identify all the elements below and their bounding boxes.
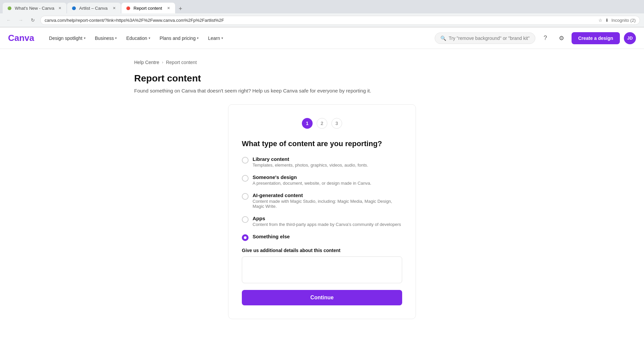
option-someones-design-desc: A presentation, document, website, or de… xyxy=(253,181,371,186)
nav-learn-label: Learn xyxy=(208,36,220,41)
tab-3-close[interactable]: ✕ xyxy=(166,5,171,11)
option-something-else-content: Something else xyxy=(253,234,290,240)
nav-business[interactable]: Business ▾ xyxy=(91,33,121,44)
tab-3-favicon: 🔴 xyxy=(125,5,131,11)
option-someones-design-label: Someone's design xyxy=(253,174,371,180)
tab-bar: 🟢 What's New - Canva ✕ 🔵 Artlist – Canva… xyxy=(0,0,644,13)
step-3[interactable]: 3 xyxy=(331,118,342,129)
option-library-desc: Templates, elements, photos, graphics, v… xyxy=(253,163,368,168)
tab-2-favicon: 🔵 xyxy=(71,5,76,11)
main-nav: Design spotlight ▾ Business ▾ Education … xyxy=(45,33,227,44)
create-design-button[interactable]: Create a design xyxy=(572,32,620,44)
nav-plans-pricing[interactable]: Plans and pricing ▾ xyxy=(156,33,203,44)
radio-ai-generated[interactable] xyxy=(242,193,249,200)
option-something-else[interactable]: Something else xyxy=(242,234,402,241)
forward-button[interactable]: → xyxy=(16,15,25,25)
nav-business-label: Business xyxy=(95,36,114,41)
option-apps[interactable]: Apps Content from the third-party apps m… xyxy=(242,216,402,227)
option-someones-design-content: Someone's design A presentation, documen… xyxy=(253,174,371,186)
tab-3-label: Report content xyxy=(133,6,162,11)
steps-indicator: 1 2 3 xyxy=(242,118,402,129)
nav-design-spotlight-label: Design spotlight xyxy=(49,36,83,41)
breadcrumb-report-content: Report content xyxy=(166,60,197,65)
search-input[interactable] xyxy=(449,36,530,41)
breadcrumb: Help Centre › Report content xyxy=(134,60,510,65)
option-ai-generated[interactable]: AI-generated content Content made with M… xyxy=(242,192,402,209)
tab-2-close[interactable]: ✕ xyxy=(111,5,117,11)
header-right: 🔍 ? ⚙ Create a design JD xyxy=(435,32,636,44)
radio-someones-design[interactable] xyxy=(242,175,249,182)
site-header: Canva Design spotlight ▾ Business ▾ Educ… xyxy=(0,27,644,49)
option-ai-generated-content: AI-generated content Content made with M… xyxy=(253,192,402,209)
canva-logo[interactable]: Canva xyxy=(8,33,34,43)
help-button[interactable]: ? xyxy=(539,32,551,44)
download-icon[interactable]: ⬇ xyxy=(605,18,609,23)
details-label: Give us additional details about this co… xyxy=(242,248,402,253)
address-bar: ← → ↻ canva.com/help/report-content/?lin… xyxy=(0,13,644,27)
radio-apps[interactable] xyxy=(242,216,249,223)
star-icon[interactable]: ☆ xyxy=(598,18,602,23)
back-button[interactable]: ← xyxy=(4,15,13,25)
option-something-else-label: Something else xyxy=(253,234,290,239)
option-apps-content: Apps Content from the third-party apps m… xyxy=(253,216,401,227)
url-actions: ☆ ⬇ Incognito (2) xyxy=(598,18,636,23)
chevron-down-icon: ▾ xyxy=(84,36,86,40)
tab-1-close[interactable]: ✕ xyxy=(57,5,62,11)
option-library[interactable]: Library content Templates, elements, pho… xyxy=(242,156,402,168)
step-2[interactable]: 2 xyxy=(317,118,327,129)
radio-something-else[interactable] xyxy=(242,234,249,241)
chevron-down-icon: ▾ xyxy=(115,36,117,40)
url-bar[interactable]: canva.com/help/report-content/?link=http… xyxy=(40,16,640,25)
tab-1[interactable]: 🟢 What's New - Canva ✕ xyxy=(3,3,66,13)
option-apps-label: Apps xyxy=(253,216,401,221)
nav-education-label: Education xyxy=(126,36,147,41)
option-ai-generated-label: AI-generated content xyxy=(253,192,402,198)
chevron-down-icon: ▾ xyxy=(197,36,199,40)
question-text: What type of content are you reporting? xyxy=(242,139,402,148)
form-card: 1 2 3 What type of content are you repor… xyxy=(228,104,416,319)
chevron-down-icon: ▾ xyxy=(221,36,223,40)
tab-1-label: What's New - Canva xyxy=(15,6,54,11)
tab-2[interactable]: 🔵 Artlist – Canva ✕ xyxy=(67,3,121,13)
chevron-down-icon: ▾ xyxy=(149,36,150,40)
option-ai-generated-desc: Content made with Magic Studio, includin… xyxy=(253,199,402,209)
option-someones-design[interactable]: Someone's design A presentation, documen… xyxy=(242,174,402,186)
option-library-label: Library content xyxy=(253,156,368,162)
continue-button[interactable]: Continue xyxy=(242,290,402,305)
page-subtitle: Found something on Canva that doesn't se… xyxy=(134,88,510,94)
tab-1-favicon: 🟢 xyxy=(7,5,12,11)
browser-chrome: 🟢 What's New - Canva ✕ 🔵 Artlist – Canva… xyxy=(0,0,644,27)
incognito-label: Incognito (2) xyxy=(611,18,636,23)
nav-learn[interactable]: Learn ▾ xyxy=(204,33,227,44)
radio-library[interactable] xyxy=(242,157,249,164)
url-text: canva.com/help/report-content/?link=http… xyxy=(45,18,596,23)
tab-3[interactable]: 🔴 Report content ✕ xyxy=(121,3,175,13)
reload-button[interactable]: ↻ xyxy=(28,15,38,25)
tab-2-label: Artlist – Canva xyxy=(79,6,108,11)
search-bar[interactable]: 🔍 xyxy=(435,33,535,44)
nav-education[interactable]: Education ▾ xyxy=(122,33,154,44)
breadcrumb-separator: › xyxy=(162,60,163,65)
settings-button[interactable]: ⚙ xyxy=(555,32,568,44)
option-apps-desc: Content from the third-party apps made b… xyxy=(253,222,401,227)
page-content: Help Centre › Report content Report cont… xyxy=(121,49,523,330)
nav-plans-pricing-label: Plans and pricing xyxy=(160,36,196,41)
logo-text: Canva xyxy=(8,33,34,43)
page-title: Report content xyxy=(134,73,510,84)
new-tab-button[interactable]: + xyxy=(176,4,185,13)
nav-design-spotlight[interactable]: Design spotlight ▾ xyxy=(45,33,90,44)
option-library-content: Library content Templates, elements, pho… xyxy=(253,156,368,168)
step-1[interactable]: 1 xyxy=(302,118,313,129)
breadcrumb-help-centre[interactable]: Help Centre xyxy=(134,60,159,65)
avatar[interactable]: JD xyxy=(624,32,636,44)
details-textarea[interactable] xyxy=(242,256,402,283)
search-icon: 🔍 xyxy=(440,36,446,41)
